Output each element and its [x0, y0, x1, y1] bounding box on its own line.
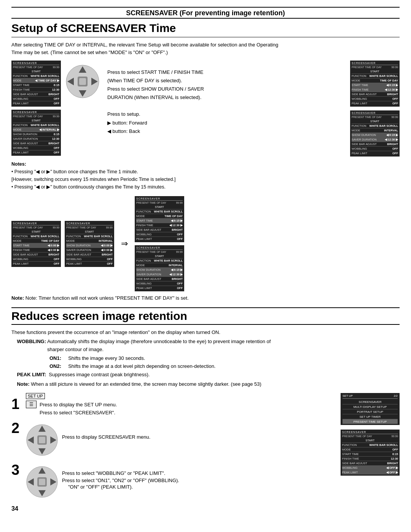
steps-left: 1 SET UP ☰ Press to display the SET UP m…: [11, 393, 179, 499]
dpad-instructions-area: Press to select START TIME / FINISH TIME…: [65, 64, 204, 136]
page-number: 34: [11, 505, 400, 512]
step3-press5: Press to select "ON1", "ON2" or "OFF" (W…: [62, 478, 179, 483]
ss-box-timeofday-selected: SCREENSAVER PRESENT TIME OF DAY99:99 STA…: [350, 61, 400, 107]
ss-box-before-timeofday: SCREENSAVER PRESENT TIME OF DAY99:99 STA…: [11, 221, 61, 267]
ss-box-interval-mode: SCREENSAVER PRESENT TIME OF DAY99:99 STA…: [11, 110, 61, 156]
notes-section: Notes: • Pressing "◀ or ▶" button once c…: [11, 160, 400, 191]
step3-row: 3 Press to select "WOBBLING" or "PEAK LI…: [11, 463, 179, 499]
step1-content: SET UP ☰ Press to display the SET UP men…: [26, 393, 117, 415]
step3-number: 3: [11, 463, 22, 477]
ss-box-interval-selected: SCREENSAVER PRESENT TIME OF DAY99:99 STA…: [350, 110, 400, 157]
top-diagram-area: SCREENSAVER PRESENT TIME OF DAY99:99 STA…: [11, 61, 400, 157]
main-title: Setup of SCREENSAVER Time: [11, 22, 400, 37]
svg-rect-13: [39, 437, 45, 443]
svg-rect-20: [39, 479, 45, 485]
step1-press2: Press to select "SCREENSAVER".: [40, 410, 115, 415]
svg-rect-6: [79, 78, 86, 85]
note-timer: Note: Note: Timer function will not work…: [11, 294, 400, 302]
step2-dpad: [26, 424, 58, 457]
steps-right: SET UP 2/2 SCREENSAVER MULTI DISPLAY SET…: [341, 393, 400, 499]
header-title: SCREENSAVER (For preventing image retent…: [11, 9, 400, 17]
reduces-section-header: Reduces screen image retention: [11, 307, 400, 325]
step3-dpad: [26, 466, 58, 499]
left-ss-boxes: SCREENSAVER PRESENT TIME OF DAY99:99 STA…: [11, 61, 61, 156]
ss-box-after-interval: SCREENSAVER PRESENT TIME OF DAY99:99 STA…: [135, 245, 184, 291]
setup-menu-box: SET UP 2/2 SCREENSAVER MULTI DISPLAY SET…: [341, 393, 400, 425]
step3-press6: "ON" or "OFF" (PEAK LIMIT).: [68, 484, 179, 490]
menu-item-screensaver: SCREENSAVER: [342, 399, 398, 404]
page-header: SCREENSAVER (For preventing image retent…: [11, 7, 400, 19]
menu-item-presenttime: PRESENT TIME SETUP: [342, 419, 398, 424]
right-bottom-boxes: SCREENSAVER PRESENT TIME OF DAY99:99 STA…: [135, 196, 184, 291]
menu-icon: ☰: [26, 401, 37, 408]
dpad-diagram: [65, 64, 100, 99]
ss-box-timeofday-mode: SCREENSAVER PRESENT TIME OF DAY99:99 STA…: [11, 61, 61, 107]
menu-item-setuptimer: SET UP TIMER: [342, 414, 398, 419]
step1-press1: Press to display the SET UP menu.: [40, 402, 117, 407]
reduces-intro: These functions prevent the occurrence o…: [11, 329, 400, 389]
step1-number: 1: [11, 396, 22, 412]
step2-press3: Press to display SCREENSAVER menu.: [62, 434, 150, 440]
step1-row: 1 SET UP ☰ Press to display the SET UP m…: [11, 393, 179, 415]
steps-area: 1 SET UP ☰ Press to display the SET UP m…: [11, 393, 400, 499]
right-ss-boxes: SCREENSAVER PRESENT TIME OF DAY99:99 STA…: [350, 61, 400, 157]
dpad-instructions: Press to select START TIME / FINISH TIME…: [107, 68, 204, 136]
ss-box-after-timeofday: SCREENSAVER PRESENT TIME OF DAY99:99 STA…: [135, 196, 184, 242]
reduces-title: Reduces screen image retention: [11, 310, 400, 323]
ss-box-wobbling-peak: SCREENSAVER PRESENT TIME OF DAY99:99 STA…: [341, 430, 400, 476]
step3-text: Press to select "WOBBLING" or "PEAK LIMI…: [62, 470, 179, 490]
setup-label: SET UP: [26, 393, 45, 399]
step3-press4: Press to select "WOBBLING" or "PEAK LIMI…: [62, 470, 179, 476]
menu-item-portrait: PORTRAIT SETUP: [342, 409, 398, 414]
intro-text: After selecting TIME OF DAY or INTERVAL,…: [11, 41, 400, 56]
ss-box-before-interval: SCREENSAVER PRESENT TIME OF DAY99:99 STA…: [65, 221, 114, 267]
menu-item-multidisplay: MULTI DISPLAY SETUP: [342, 404, 398, 409]
bottom-diagram-row: SCREENSAVER PRESENT TIME OF DAY99:99 STA…: [11, 196, 400, 291]
step2-row: 2 Press to display SCREENSAVER menu.: [11, 421, 179, 457]
step2-number: 2: [11, 421, 22, 435]
arrow-right-icon: ⇒: [121, 240, 128, 248]
step2-text: Press to display SCREENSAVER menu.: [62, 434, 150, 441]
